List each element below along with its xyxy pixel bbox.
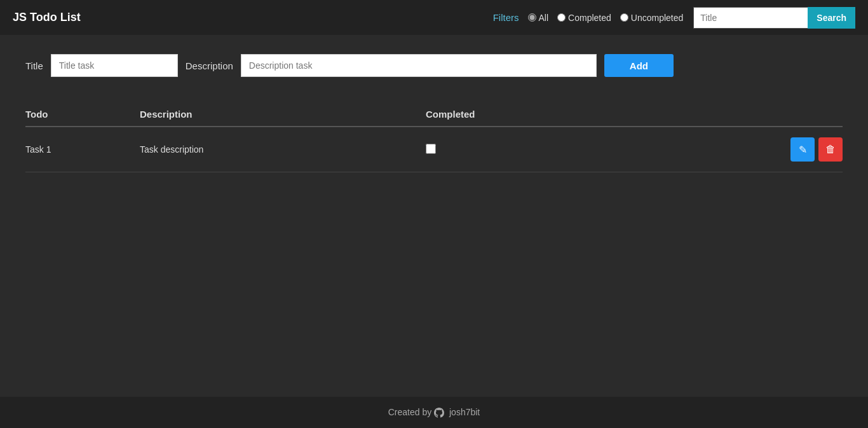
add-task-form: Title Description Add: [25, 54, 843, 77]
filter-completed-group[interactable]: Completed: [557, 13, 611, 23]
task-description-cell: Task description: [140, 127, 426, 172]
edit-button[interactable]: ✎: [790, 137, 815, 162]
filter-uncompleted-label[interactable]: Uncompleted: [631, 13, 684, 23]
table-header-row: Todo Description Completed: [25, 102, 843, 127]
task-completed-cell: [426, 127, 521, 172]
title-input[interactable]: [51, 54, 178, 77]
task-table: Todo Description Completed Task 1Task de…: [25, 102, 843, 172]
task-actions-cell: ✎🗑: [521, 127, 843, 172]
filter-completed-radio[interactable]: [557, 13, 566, 22]
filters-section: Filters All Completed Uncompleted: [493, 12, 684, 23]
filter-uncompleted-radio[interactable]: [620, 13, 628, 22]
col-description: Description: [140, 102, 426, 127]
task-completed-checkbox[interactable]: [426, 144, 436, 154]
main-content: Title Description Add Todo Description C…: [0, 35, 868, 397]
filter-all-label[interactable]: All: [539, 13, 549, 23]
col-completed: Completed: [426, 102, 521, 127]
filter-completed-label[interactable]: Completed: [568, 13, 611, 23]
filters-label: Filters: [493, 12, 519, 23]
footer-text: Created by: [388, 407, 431, 417]
title-label: Title: [25, 60, 43, 71]
footer-author: josh7bit: [449, 407, 480, 417]
navbar: JS Todo List Filters All Completed Uncom…: [0, 0, 868, 35]
table-row: Task 1Task description✎🗑: [25, 127, 843, 172]
task-tbody: Task 1Task description✎🗑: [25, 127, 843, 172]
filter-all-radio[interactable]: [528, 13, 536, 22]
add-button[interactable]: Add: [604, 54, 674, 77]
description-label: Description: [186, 60, 233, 71]
github-icon: [434, 408, 444, 418]
filter-uncompleted-group[interactable]: Uncompleted: [620, 13, 684, 23]
description-input[interactable]: [241, 54, 597, 77]
footer: Created by josh7bit: [0, 397, 868, 428]
filter-all-group[interactable]: All: [528, 13, 549, 23]
task-actions: ✎🗑: [521, 137, 843, 162]
app-title: JS Todo List: [13, 11, 81, 24]
col-actions: [521, 102, 843, 127]
col-todo: Todo: [25, 102, 140, 127]
search-button[interactable]: Search: [808, 7, 855, 29]
task-todo-cell: Task 1: [25, 127, 140, 172]
search-input[interactable]: [693, 7, 808, 29]
delete-button[interactable]: 🗑: [818, 137, 843, 162]
